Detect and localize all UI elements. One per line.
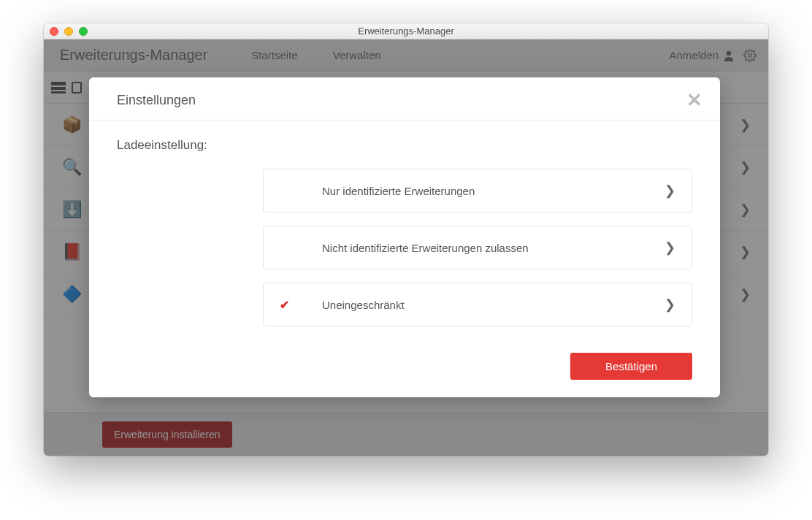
titlebar: Erweiterungs-Manager bbox=[44, 23, 768, 39]
window-controls bbox=[50, 27, 88, 36]
chevron-right-icon: ❯ bbox=[664, 297, 675, 313]
option-allow-unidentified[interactable]: Nicht identifizierte Erweiterungen zulas… bbox=[263, 226, 692, 269]
chevron-right-icon: ❯ bbox=[664, 240, 675, 256]
confirm-button[interactable]: Bestätigen bbox=[570, 353, 692, 380]
modal-title: Einstellungen bbox=[117, 93, 196, 108]
modal-footer: Bestätigen bbox=[89, 344, 720, 383]
modal-backdrop[interactable]: Einstellungen ✕ Ladeeinstellung: ? Nur i… bbox=[44, 39, 768, 456]
option-label: Nur identifizierte Erweiterungen bbox=[309, 185, 664, 197]
minimize-window-button[interactable] bbox=[64, 27, 73, 36]
modal-body: Ladeeinstellung: ? Nur identifizierte Er… bbox=[89, 121, 720, 344]
option-label: Uneingeschränkt bbox=[309, 299, 664, 311]
zoom-window-button[interactable] bbox=[79, 27, 88, 36]
settings-modal: Einstellungen ✕ Ladeeinstellung: ? Nur i… bbox=[89, 77, 720, 397]
option-label: Nicht identifizierte Erweiterungen zulas… bbox=[309, 242, 664, 254]
option-identified-only[interactable]: Nur identifizierte Erweiterungen ❯ bbox=[263, 169, 692, 213]
load-options: Nur identifizierte Erweiterungen ❯ Nicht… bbox=[263, 169, 692, 326]
modal-header: Einstellungen ✕ bbox=[89, 77, 720, 121]
load-setting-label: Ladeeinstellung: bbox=[117, 138, 263, 153]
check-icon: ✔ bbox=[280, 298, 309, 312]
chevron-right-icon: ❯ bbox=[664, 183, 675, 199]
close-window-button[interactable] bbox=[50, 27, 58, 36]
app-window: Erweiterungs-Manager Erweiterungs-Manage… bbox=[44, 23, 768, 456]
close-icon[interactable]: ✕ bbox=[686, 91, 702, 110]
option-unrestricted[interactable]: ✔ Uneingeschränkt ❯ bbox=[263, 283, 692, 326]
window-title: Erweiterungs-Manager bbox=[44, 26, 768, 37]
